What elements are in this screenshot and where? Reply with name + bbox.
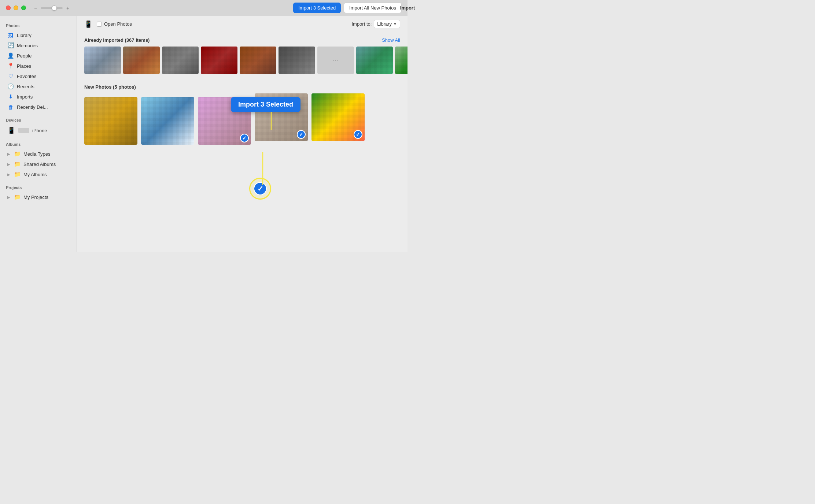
expand-icon-media: ▶ bbox=[7, 152, 10, 156]
new-photos-header: New Photos (5 photos) bbox=[77, 79, 408, 93]
sidebar-label-recents: Recents bbox=[17, 84, 34, 89]
expand-icon-albums: ▶ bbox=[7, 173, 10, 177]
show-all-link[interactable]: Show All bbox=[382, 37, 400, 43]
new-photo-2[interactable] bbox=[141, 97, 194, 145]
library-icon: 🖼 bbox=[7, 32, 14, 38]
pixel-overlay-1 bbox=[84, 47, 121, 74]
sidebar-item-recently-deleted[interactable]: 🗑 Recently Del... bbox=[1, 102, 75, 112]
sidebar-item-my-albums[interactable]: ▶ 📁 My Albums bbox=[1, 169, 75, 179]
zoom-slider[interactable] bbox=[41, 7, 63, 9]
zoom-in-button[interactable]: + bbox=[64, 4, 71, 12]
sidebar-label-recently-deleted: Recently Del... bbox=[17, 104, 48, 110]
open-photos-text: Open Photos bbox=[104, 21, 132, 27]
sidebar-label-places: Places bbox=[17, 63, 31, 69]
new-photos-section: New Photos (5 photos) ✓ bbox=[77, 79, 408, 152]
sidebar-label-iphone: iPhone bbox=[32, 128, 47, 133]
library-dropdown[interactable]: Library ▼ bbox=[374, 20, 400, 28]
library-value: Library bbox=[377, 21, 392, 27]
already-imported-title: Already Imported (367 items) bbox=[84, 37, 150, 43]
sidebar-item-library[interactable]: 🖼 Library bbox=[1, 30, 75, 40]
imported-more-indicator: ··· bbox=[317, 47, 354, 74]
already-imported-grid: ··· bbox=[77, 47, 408, 79]
sidebar-label-my-projects: My Projects bbox=[23, 194, 48, 200]
import-to-label: Import to: bbox=[351, 21, 372, 27]
import-all-button[interactable]: Import All New Photos bbox=[344, 3, 402, 13]
title-bar-buttons: Import 3 Selected Import All New Photos bbox=[293, 3, 402, 13]
recents-icon: 🕐 bbox=[7, 83, 14, 90]
sidebar-label-imports: Imports bbox=[17, 94, 33, 100]
sidebar-label-library: Library bbox=[17, 33, 32, 38]
iphone-label-blur bbox=[18, 128, 29, 133]
memories-icon: 🔄 bbox=[7, 42, 14, 49]
shared-albums-icon: 📁 bbox=[14, 161, 21, 167]
minimize-button[interactable] bbox=[14, 5, 18, 10]
sidebar-label-favorites: Favorites bbox=[17, 74, 36, 79]
large-check-badge: ✓ bbox=[254, 182, 267, 195]
imports-icon: ⬇ bbox=[7, 93, 14, 100]
media-types-icon: 📁 bbox=[14, 151, 21, 157]
check-badge-4: ✓ bbox=[297, 130, 306, 139]
pixel-overlay-4 bbox=[201, 47, 237, 74]
new-photo-5[interactable]: ✓ bbox=[311, 93, 365, 141]
traffic-lights bbox=[6, 5, 26, 10]
sidebar-section-albums: Albums bbox=[0, 141, 77, 149]
sidebar-item-shared-albums[interactable]: ▶ 📁 Shared Albums bbox=[1, 159, 75, 169]
zoom-out-button[interactable]: − bbox=[32, 4, 39, 12]
sidebar-label-memories: Memories bbox=[17, 43, 38, 48]
new-photos-row: ✓ ✓ ✓ bbox=[84, 93, 400, 145]
sidebar-item-my-projects[interactable]: ▶ 📁 My Projects bbox=[1, 192, 75, 202]
dropdown-arrow-icon: ▼ bbox=[393, 22, 397, 26]
my-projects-icon: 📁 bbox=[14, 194, 21, 200]
sidebar-item-memories[interactable]: 🔄 Memories bbox=[1, 40, 75, 51]
pixel-overlay-8 bbox=[356, 47, 393, 74]
title-bar: − + Import Import 3 Selected Import All … bbox=[0, 0, 408, 16]
sidebar-label-media-types: Media Types bbox=[23, 151, 50, 157]
imported-photo-4[interactable] bbox=[201, 47, 237, 74]
new-photo-3[interactable]: ✓ bbox=[198, 97, 251, 145]
sidebar-label-shared-albums: Shared Albums bbox=[23, 162, 56, 167]
sidebar-section-projects: Projects bbox=[0, 184, 77, 192]
expand-icon-shared: ▶ bbox=[7, 162, 10, 166]
sidebar-item-imports[interactable]: ⬇ Imports bbox=[1, 92, 75, 102]
pixel-overlay-n1 bbox=[84, 97, 137, 145]
imported-photo-9[interactable] bbox=[395, 47, 408, 74]
import-to-control: Import to: Library ▼ bbox=[351, 20, 400, 28]
close-button[interactable] bbox=[6, 5, 11, 10]
sidebar-item-iphone[interactable]: 📱 iPhone bbox=[1, 125, 75, 136]
imported-photo-8[interactable] bbox=[356, 47, 393, 74]
imported-photo-2[interactable] bbox=[123, 47, 160, 74]
sidebar-item-people[interactable]: 👤 People bbox=[1, 51, 75, 61]
sidebar-item-recents[interactable]: 🕐 Recents bbox=[1, 81, 75, 92]
mobile-icon: 📱 bbox=[84, 20, 92, 28]
check-badge-3: ✓ bbox=[240, 134, 249, 142]
imported-photo-5[interactable] bbox=[240, 47, 276, 74]
main-content: 📱 Open Photos Import to: Library ▼ Alrea… bbox=[77, 16, 408, 252]
pixel-overlay-2 bbox=[123, 47, 160, 74]
sidebar-item-places[interactable]: 📍 Places bbox=[1, 61, 75, 71]
app-body: Photos 🖼 Library 🔄 Memories 👤 People 📍 P… bbox=[0, 16, 408, 252]
sidebar-label-people: People bbox=[17, 53, 32, 59]
import-selected-button[interactable]: Import 3 Selected bbox=[293, 3, 341, 13]
sidebar-item-favorites[interactable]: ♡ Favorites bbox=[1, 71, 75, 81]
window-title: Import bbox=[400, 5, 408, 11]
sidebar-section-photos: Photos bbox=[0, 22, 77, 30]
yellow-circle: ✓ bbox=[249, 178, 271, 200]
imported-photo-6[interactable] bbox=[279, 47, 315, 74]
check-badge-5: ✓ bbox=[354, 130, 362, 139]
iphone-icon: 📱 bbox=[7, 126, 15, 134]
people-icon: 👤 bbox=[7, 52, 14, 59]
new-photo-4[interactable]: ✓ bbox=[255, 93, 308, 141]
open-photos-label[interactable]: Open Photos bbox=[97, 21, 132, 27]
zoom-slider-thumb bbox=[52, 5, 57, 11]
open-photos-checkbox[interactable] bbox=[97, 22, 102, 27]
favorites-icon: ♡ bbox=[7, 73, 14, 79]
maximize-button[interactable] bbox=[21, 5, 26, 10]
imported-photo-1[interactable] bbox=[84, 47, 121, 74]
already-imported-header: Already Imported (367 items) Show All bbox=[77, 32, 408, 47]
pixel-overlay-3 bbox=[162, 47, 199, 74]
imported-photo-3[interactable] bbox=[162, 47, 199, 74]
recently-deleted-icon: 🗑 bbox=[7, 104, 14, 110]
sidebar-item-media-types[interactable]: ▶ 📁 Media Types bbox=[1, 149, 75, 159]
new-photo-1[interactable] bbox=[84, 97, 137, 145]
pixel-overlay-6 bbox=[279, 47, 315, 74]
